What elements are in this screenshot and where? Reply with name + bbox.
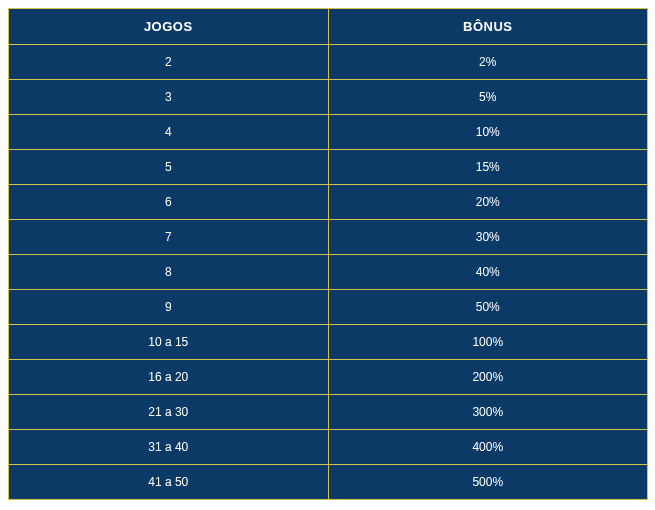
table-row: 8 40%: [9, 255, 648, 290]
cell-jogos: 31 a 40: [9, 430, 329, 465]
cell-jogos: 8: [9, 255, 329, 290]
cell-jogos: 4: [9, 115, 329, 150]
cell-bonus: 50%: [328, 290, 648, 325]
header-jogos: JOGOS: [9, 9, 329, 45]
table-header-row: JOGOS BÔNUS: [9, 9, 648, 45]
cell-bonus: 30%: [328, 220, 648, 255]
table-row: 4 10%: [9, 115, 648, 150]
header-bonus: BÔNUS: [328, 9, 648, 45]
cell-bonus: 40%: [328, 255, 648, 290]
cell-bonus: 400%: [328, 430, 648, 465]
cell-jogos: 16 a 20: [9, 360, 329, 395]
cell-jogos: 7: [9, 220, 329, 255]
cell-jogos: 6: [9, 185, 329, 220]
cell-bonus: 20%: [328, 185, 648, 220]
table-row: 16 a 20 200%: [9, 360, 648, 395]
cell-bonus: 10%: [328, 115, 648, 150]
cell-bonus: 200%: [328, 360, 648, 395]
cell-jogos: 21 a 30: [9, 395, 329, 430]
cell-jogos: 3: [9, 80, 329, 115]
table-row: 2 2%: [9, 45, 648, 80]
table-row: 6 20%: [9, 185, 648, 220]
cell-jogos: 2: [9, 45, 329, 80]
table-row: 7 30%: [9, 220, 648, 255]
cell-bonus: 500%: [328, 465, 648, 500]
table-row: 31 a 40 400%: [9, 430, 648, 465]
table-row: 10 a 15 100%: [9, 325, 648, 360]
cell-jogos: 9: [9, 290, 329, 325]
cell-bonus: 2%: [328, 45, 648, 80]
table-row: 5 15%: [9, 150, 648, 185]
table-row: 21 a 30 300%: [9, 395, 648, 430]
cell-bonus: 300%: [328, 395, 648, 430]
table-body: 2 2% 3 5% 4 10% 5 15% 6 20% 7 30% 8 40% …: [9, 45, 648, 500]
table-row: 41 a 50 500%: [9, 465, 648, 500]
cell-bonus: 100%: [328, 325, 648, 360]
table-row: 9 50%: [9, 290, 648, 325]
bonus-table: JOGOS BÔNUS 2 2% 3 5% 4 10% 5 15% 6 20% …: [8, 8, 648, 500]
cell-bonus: 15%: [328, 150, 648, 185]
table-row: 3 5%: [9, 80, 648, 115]
cell-jogos: 10 a 15: [9, 325, 329, 360]
cell-jogos: 41 a 50: [9, 465, 329, 500]
cell-jogos: 5: [9, 150, 329, 185]
cell-bonus: 5%: [328, 80, 648, 115]
